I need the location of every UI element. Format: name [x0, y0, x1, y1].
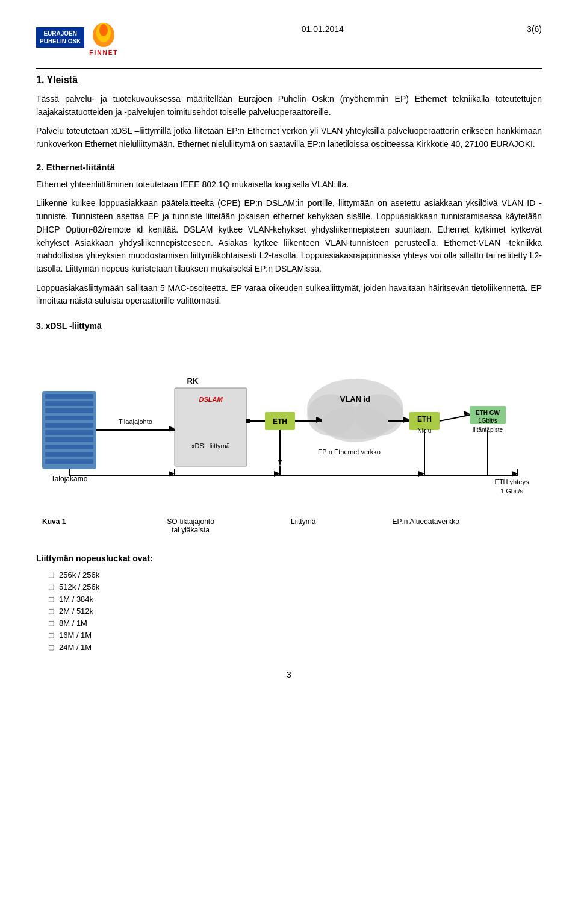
svg-point-29	[322, 406, 388, 442]
section3-heading: 3. xDSL -liittymä	[36, 321, 542, 331]
page-number: 3	[36, 670, 542, 679]
svg-text:EP:n Ethernet verkko: EP:n Ethernet verkko	[318, 448, 381, 455]
svg-rect-4	[45, 394, 93, 399]
svg-text:ETH: ETH	[273, 417, 287, 426]
svg-marker-39	[403, 417, 409, 423]
logo-line1: EURAJOEN	[43, 30, 77, 37]
svg-text:VLAN id: VLAN id	[340, 395, 371, 404]
svg-marker-48	[169, 471, 175, 477]
svg-text:DSLAM: DSLAM	[199, 396, 223, 403]
svg-rect-13	[45, 459, 93, 464]
list-item: 8M / 1M	[48, 619, 542, 628]
list-item: 2M / 512k	[48, 607, 542, 616]
list-item: 16M / 1M	[48, 631, 542, 640]
svg-marker-34	[278, 460, 282, 466]
diagram-bottom-labels: Kuva 1 SO-tilaajajohto tai yläkaista Lii…	[36, 517, 542, 534]
header: EURAJOEN PUHELIN OSK FINNET 01.01.2014 3…	[36, 18, 542, 56]
svg-rect-9	[45, 430, 93, 435]
section1-para1: Tässä palvelu- ja tuotekuvauksessa määri…	[36, 93, 542, 119]
svg-text:xDSL liittymä: xDSL liittymä	[191, 442, 231, 449]
logo-eurajoen: EURAJOEN PUHELIN OSK	[36, 27, 84, 48]
svg-marker-50	[418, 471, 424, 477]
svg-rect-5	[45, 401, 93, 406]
svg-rect-12	[45, 452, 93, 457]
logo-flame-icon	[90, 18, 117, 48]
list-item: 512k / 256k	[48, 582, 542, 592]
speed-list: 256k / 256k 512k / 256k 1M / 384k 2M / 5…	[36, 570, 542, 652]
ep-alue-label-area: EP:n Aluedataverkko	[392, 517, 459, 534]
svg-marker-51	[512, 471, 518, 477]
logo-box: EURAJOEN PUHELIN OSK	[36, 27, 84, 48]
list-item: 1M / 384k	[48, 595, 542, 604]
svg-marker-21	[169, 426, 175, 432]
svg-rect-11	[45, 445, 93, 449]
section1-para2: Palvelu toteutetaan xDSL –liittymillä jo…	[36, 125, 542, 151]
svg-text:Talojakamo: Talojakamo	[51, 475, 88, 483]
diagram-container: Talojakamo RK DSLAM xDSL liittymä Tilaaj…	[36, 349, 542, 511]
section2-para1: Ethernet yhteenliittäminen toteutetaan I…	[36, 178, 542, 192]
section2-para2: Liikenne kulkee loppuasiakkaan päätelait…	[36, 197, 542, 275]
speed-title: Liittymän nopeusluckat ovat:	[36, 552, 542, 566]
svg-text:ETH yhteys: ETH yhteys	[495, 478, 529, 485]
svg-marker-49	[274, 471, 280, 477]
svg-rect-6	[45, 408, 93, 413]
so-label-area: SO-tilaajajohto tai yläkaista	[167, 517, 214, 534]
section2-heading: 2. Ethernet-liitäntä	[36, 162, 542, 172]
logo-area: EURAJOEN PUHELIN OSK FINNET	[36, 18, 118, 56]
svg-text:1 Gbit/s: 1 Gbit/s	[500, 487, 523, 495]
svg-text:Tilaajajohto: Tilaajajohto	[119, 418, 152, 425]
section1-heading: 1. Yleistä	[36, 75, 542, 86]
svg-text:ETH: ETH	[417, 415, 432, 423]
speed-section: Liittymän nopeusluckat ovat: 256k / 256k…	[36, 552, 542, 652]
svg-point-25	[246, 419, 250, 423]
kuva-label: Kuva 1	[42, 517, 90, 534]
svg-rect-10	[45, 437, 93, 442]
svg-text:1Gbit/s: 1Gbit/s	[478, 417, 497, 424]
header-divider	[36, 68, 542, 69]
svg-rect-8	[45, 423, 93, 428]
svg-rect-7	[45, 416, 93, 420]
section2-para3: Loppuasiakasliittymään sallitaan 5 MAC-o…	[36, 282, 542, 308]
liittyma-label-area: Liittymä	[291, 517, 315, 534]
svg-text:ETH GW: ETH GW	[476, 410, 500, 416]
svg-point-2	[99, 24, 108, 36]
list-item: 24M / 1M	[48, 643, 542, 652]
svg-text:RK: RK	[187, 376, 199, 386]
header-page-ref: 3(6)	[527, 18, 542, 34]
header-date: 01.01.2014	[302, 18, 344, 34]
page: EURAJOEN PUHELIN OSK FINNET 01.01.2014 3…	[0, 0, 578, 924]
logo-line2: PUHELIN OSK	[40, 38, 81, 45]
network-diagram: Talojakamo RK DSLAM xDSL liittymä Tilaaj…	[36, 349, 542, 511]
finnet-label: FINNET	[89, 49, 118, 56]
list-item: 256k / 256k	[48, 570, 542, 579]
